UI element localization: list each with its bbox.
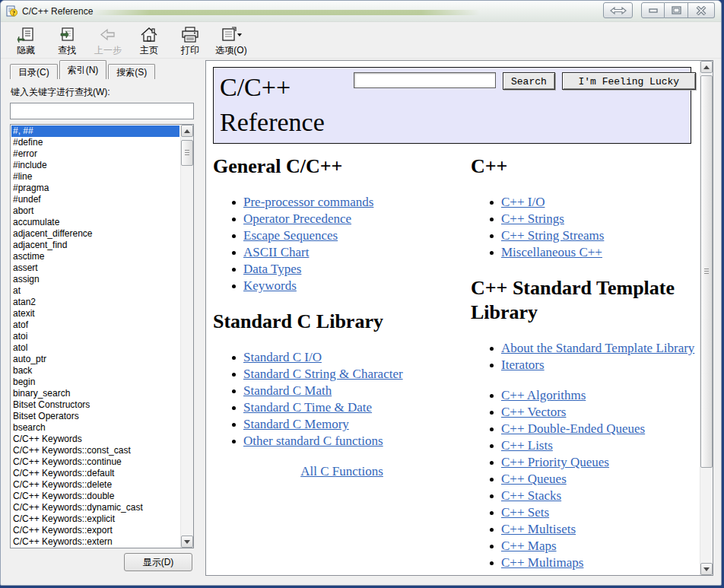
content-link[interactable]: C++ Algorithms bbox=[501, 388, 586, 402]
index-list-item[interactable]: adjacent_find bbox=[11, 240, 179, 251]
index-list-item[interactable]: C/C++ Keywords::dynamic_cast bbox=[11, 502, 179, 513]
content-link[interactable]: C++ String Streams bbox=[501, 228, 604, 243]
tab-contents[interactable]: 目录(C) bbox=[10, 64, 58, 79]
index-list-item[interactable]: #define bbox=[11, 137, 179, 148]
tab-index[interactable]: 索引(N) bbox=[59, 60, 107, 79]
content-link[interactable]: C++ Multimaps bbox=[501, 555, 583, 570]
index-list-item[interactable]: adjacent_difference bbox=[11, 228, 179, 240]
home-button[interactable]: 主页 bbox=[129, 24, 170, 57]
link-item: Standard C Math bbox=[230, 383, 471, 399]
stl-links-group1: About the Standard Template LibraryItera… bbox=[488, 340, 700, 373]
index-list-item[interactable]: #undef bbox=[11, 194, 179, 205]
link-item: Standard C I/O bbox=[230, 349, 471, 366]
content-link[interactable]: Miscellaneous C++ bbox=[501, 245, 602, 259]
options-button[interactable]: 选项(O) bbox=[211, 24, 252, 57]
search-button[interactable]: Search bbox=[503, 72, 555, 90]
content-link[interactable]: Keywords bbox=[243, 278, 297, 293]
print-button[interactable]: 打印 bbox=[170, 24, 211, 57]
index-list-item[interactable]: #include bbox=[11, 160, 179, 171]
keyword-input[interactable] bbox=[10, 103, 194, 119]
index-list-item[interactable]: bsearch bbox=[11, 422, 179, 434]
index-list-item[interactable]: C/C++ Keywords::export bbox=[11, 525, 179, 536]
content-link[interactable]: Other standard C functions bbox=[243, 434, 383, 448]
index-list-item[interactable]: atan2 bbox=[11, 297, 179, 308]
content-link[interactable]: C++ Multisets bbox=[501, 522, 576, 536]
index-list-item[interactable]: binary_search bbox=[11, 388, 179, 399]
index-list-item[interactable]: C/C++ Keywords::extern bbox=[11, 536, 179, 547]
all-c-functions-link[interactable]: All C Functions bbox=[300, 464, 383, 478]
index-list-item[interactable]: #line bbox=[11, 171, 179, 183]
index-list-item[interactable]: C/C++ Keywords::delete bbox=[11, 479, 179, 491]
index-list-item[interactable]: C/C++ Keywords::explicit bbox=[11, 513, 179, 525]
index-list-item[interactable]: C/C++ Keywords::double bbox=[11, 491, 179, 502]
locate-button[interactable]: 查找 bbox=[46, 24, 87, 57]
content-link[interactable]: Escape Sequences bbox=[243, 228, 338, 243]
index-list-item[interactable]: #error bbox=[11, 148, 179, 160]
hide-button[interactable]: 隐藏 bbox=[5, 24, 46, 57]
index-list-item[interactable]: abort bbox=[11, 205, 179, 217]
link-item: Miscellaneous C++ bbox=[488, 244, 700, 261]
search-input[interactable] bbox=[354, 72, 496, 88]
tab-search[interactable]: 搜索(S) bbox=[108, 64, 155, 79]
scroll-down-icon[interactable] bbox=[181, 536, 193, 548]
index-list-item[interactable]: at bbox=[11, 285, 179, 297]
content-link[interactable]: Iterators bbox=[501, 358, 545, 372]
content-link[interactable]: C++ Queues bbox=[501, 472, 567, 486]
index-list: #, ## #define #error #include #line #pra… bbox=[11, 126, 179, 547]
content-link[interactable]: C++ Strings bbox=[501, 211, 564, 226]
display-button[interactable]: 显示(D) bbox=[124, 553, 192, 571]
index-list-item[interactable]: atol bbox=[11, 342, 179, 354]
index-list-item[interactable]: Bitset Constructors bbox=[11, 399, 179, 411]
content-link[interactable]: C++ Lists bbox=[501, 438, 553, 453]
content-link[interactable]: Standard C Time & Date bbox=[243, 400, 372, 415]
index-list-item[interactable]: assign bbox=[11, 274, 179, 285]
content-link[interactable]: Standard C Math bbox=[243, 383, 332, 398]
content-link[interactable]: C++ Stacks bbox=[501, 488, 561, 503]
index-list-item[interactable]: C/C++ Keywords::continue bbox=[11, 456, 179, 468]
content-link[interactable]: Standard C String & Character bbox=[243, 367, 403, 381]
index-list-item[interactable]: accumulate bbox=[11, 217, 179, 228]
index-list-item[interactable]: #pragma bbox=[11, 183, 179, 194]
back-button[interactable]: 上一步 bbox=[87, 24, 129, 57]
index-list-item[interactable]: assert bbox=[11, 262, 179, 274]
index-scroll-thumb[interactable] bbox=[181, 140, 193, 166]
minimize-button[interactable] bbox=[641, 2, 665, 18]
index-list-item[interactable]: #, ## bbox=[11, 126, 179, 137]
index-list-item[interactable]: auto_ptr bbox=[11, 354, 179, 365]
index-list-item[interactable]: C/C++ Keywords::default bbox=[11, 468, 179, 479]
content-link[interactable]: C++ Maps bbox=[501, 539, 557, 553]
pane-splitter[interactable] bbox=[198, 60, 205, 576]
resize-panes-button[interactable] bbox=[603, 2, 633, 18]
maximize-button[interactable] bbox=[665, 2, 688, 18]
index-list-item[interactable]: C/C++ Keywords::const_cast bbox=[11, 445, 179, 456]
index-list-item[interactable]: atof bbox=[11, 319, 179, 331]
content-link[interactable]: ASCII Chart bbox=[243, 245, 309, 259]
content-link[interactable]: Standard C I/O bbox=[243, 350, 322, 364]
content-link[interactable]: Data Types bbox=[243, 262, 301, 276]
scroll-up-icon[interactable] bbox=[181, 125, 193, 137]
content-link[interactable]: About the Standard Template Library bbox=[501, 341, 694, 355]
topic-scrollbar[interactable] bbox=[700, 61, 713, 575]
content-link[interactable]: C++ Vectors bbox=[501, 405, 566, 419]
content-link[interactable]: C++ Double-Ended Queues bbox=[501, 421, 645, 436]
index-scrollbar[interactable] bbox=[180, 125, 193, 548]
index-list-item[interactable]: begin bbox=[11, 377, 179, 388]
scroll-up-icon[interactable] bbox=[700, 61, 713, 73]
content-link[interactable]: C++ Sets bbox=[501, 505, 549, 520]
index-list-item[interactable]: C/C++ Keywords bbox=[11, 434, 179, 445]
close-button[interactable] bbox=[688, 2, 715, 18]
content-link[interactable]: Pre-processor commands bbox=[243, 195, 373, 209]
content-link[interactable]: Standard C Memory bbox=[243, 417, 349, 431]
index-list-item[interactable]: Bitset Operators bbox=[11, 411, 179, 422]
feeling-lucky-button[interactable]: I'm Feeling Lucky bbox=[562, 72, 696, 90]
index-list-item[interactable]: atexit bbox=[11, 308, 179, 319]
content-link[interactable]: C++ Priority Queues bbox=[501, 455, 609, 469]
titlebar[interactable]: ? C/C++ Reference bbox=[1, 1, 721, 22]
topic-scroll-thumb[interactable] bbox=[700, 75, 713, 468]
index-list-item[interactable]: atoi bbox=[11, 331, 179, 342]
index-list-item[interactable]: back bbox=[11, 365, 179, 377]
scroll-down-icon[interactable] bbox=[700, 563, 713, 575]
content-link[interactable]: C++ I/O bbox=[501, 195, 545, 209]
index-list-item[interactable]: asctime bbox=[11, 251, 179, 262]
content-link[interactable]: Operator Precedence bbox=[243, 211, 351, 226]
